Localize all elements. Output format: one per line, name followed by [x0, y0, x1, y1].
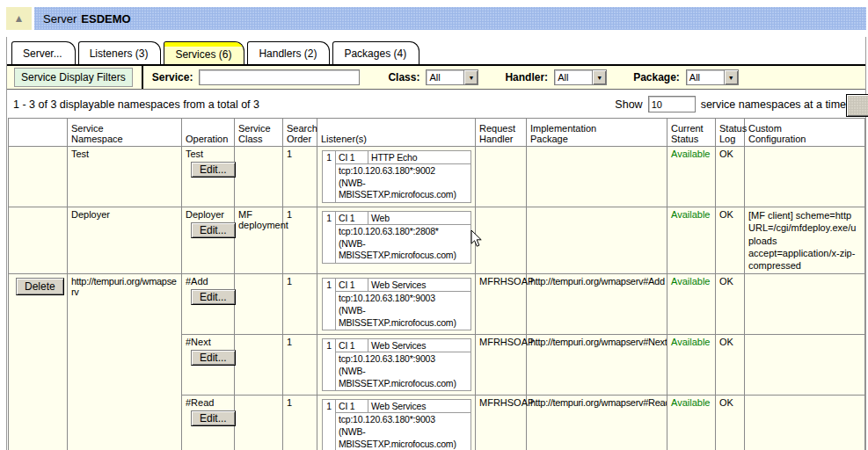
cell-service-class: MF deployment: [235, 207, 283, 273]
cell-search-order: 1: [283, 147, 317, 207]
listener-ci: CI 1: [336, 339, 368, 352]
listener-name: Web: [368, 211, 471, 224]
listener-address: tcp:10.120.63.180*:9003: [339, 293, 468, 305]
tab-services[interactable]: Services (6): [164, 41, 244, 64]
listener-index: 1: [323, 339, 336, 391]
tab-bar: Server... Listeners (3) Services (6) Han…: [7, 37, 865, 64]
handler-filter-label: Handler:: [505, 71, 548, 83]
listener-address: tcp:10.120.63.180*:9003: [339, 414, 468, 426]
edit-button[interactable]: Edit...: [191, 222, 236, 238]
collapse-cell[interactable]: ▲: [6, 7, 32, 30]
header-status-log: Status Log: [716, 119, 745, 147]
listener-host: (NWB-MBISSETXP.microfocus.com): [339, 426, 468, 450]
show-suffix: service namespaces at a time: [701, 98, 846, 111]
listener-address-cell: tcp:10.120.63.180*:9003 (NWB-MBISSETXP.m…: [336, 352, 471, 391]
row-action-cell: Delete: [9, 274, 68, 450]
listener-index: 1: [323, 211, 336, 263]
cell-operation: #Add Edit...: [182, 274, 235, 335]
tab-server[interactable]: Server...: [11, 41, 76, 64]
listener-host: (NWB-MBISSETXP.microfocus.com): [339, 305, 468, 329]
header-service-namespace: Service Namespace: [68, 119, 182, 147]
tab-listeners[interactable]: Listeners (3): [78, 41, 162, 64]
header-implementation-package: Implementation Package: [527, 119, 667, 147]
delete-button[interactable]: Delete: [16, 278, 64, 295]
listener-host: (NWB-MBISSETXP.microfocus.com): [339, 366, 468, 389]
show-count-input[interactable]: [648, 96, 696, 112]
row-action-cell: [9, 147, 68, 207]
page-next-button[interactable]: [846, 94, 868, 117]
cell-current-status: Available: [667, 207, 716, 273]
operation-label: #Read: [186, 397, 230, 408]
cell-operation: Deployer Edit...: [182, 207, 235, 273]
listener-ci: CI 1: [336, 211, 368, 224]
cell-implementation-package: http://tempuri.org/wmapserv#Add: [527, 274, 667, 335]
service-filter-input[interactable]: [199, 69, 360, 85]
package-filter-select[interactable]: All ▼: [686, 69, 739, 85]
listener-address-cell: tcp:10.120.63.180*:9003 (NWB-MBISSETXP.m…: [336, 292, 471, 330]
header-service-class: Service Class: [235, 119, 283, 147]
cell-custom-configuration: [745, 335, 865, 396]
listener-ci: CI 1: [336, 400, 368, 413]
header-custom-configuration: Custom Configuration: [745, 119, 865, 147]
server-title-bar: Server ESDEMO: [34, 7, 866, 30]
edit-button[interactable]: Edit...: [191, 289, 236, 305]
listener-address: tcp:10.120.63.180*:9003: [339, 353, 468, 366]
listener-name: HTTP Echo: [368, 151, 471, 164]
cell-status-log: OK: [716, 147, 745, 207]
cell-namespace: Test: [68, 147, 182, 207]
collapse-triangle-icon: ▲: [14, 12, 25, 25]
header-operation: Operation: [182, 119, 235, 147]
edit-button[interactable]: Edit...: [191, 162, 236, 178]
cell-search-order: 1: [283, 274, 317, 335]
handler-filter-select[interactable]: All ▼: [554, 69, 607, 85]
server-panel: ▲ Server ESDEMO Server... Listeners (3) …: [6, 7, 866, 450]
listener-name: Web Services: [368, 339, 471, 352]
cell-listeners: 1 CI 1 Web tcp:10.120.63.180*:2808* (NWB…: [317, 207, 476, 273]
package-filter-label: Package:: [633, 71, 680, 83]
cell-request-handler: MFRHSOAP: [476, 335, 527, 396]
cell-implementation-package: http://tempuri.org/wmapserv#Next: [527, 335, 667, 396]
cell-namespace: http://tempuri.org/wmapserv: [68, 274, 182, 450]
listener-host: (NWB-MBISSETXP.microfocus.com): [339, 178, 468, 201]
tab-handlers[interactable]: Handlers (2): [247, 41, 330, 64]
cell-custom-configuration: [MF client] scheme=http URL=/cgi/mfdeplo…: [745, 207, 865, 273]
listener-name: Web Services: [368, 400, 471, 413]
cell-listeners: 1 CI 1 Web Services tcp:10.120.63.180*:9…: [317, 396, 476, 450]
cell-implementation-package: [527, 207, 667, 273]
filter-title: Service Display Filters: [14, 68, 133, 87]
listener-address: tcp:10.120.63.180*:9002: [339, 165, 468, 178]
cell-request-handler: MFRHSOAP: [476, 396, 527, 450]
cell-custom-configuration: [745, 396, 865, 450]
listener-subtable: 1 CI 1 HTTP Echo tcp:10.120.63.180*:9002…: [322, 150, 471, 203]
server-title-prefix: Server: [43, 12, 77, 25]
listener-index: 1: [323, 279, 336, 330]
cell-implementation-package: http://tempuri.org/wmapserv#Read: [527, 396, 667, 450]
listener-ci: CI 1: [336, 279, 368, 292]
edit-button[interactable]: Edit...: [191, 350, 236, 366]
listener-address: tcp:10.120.63.180*:2808*: [339, 226, 468, 238]
header-search-order: Search Order: [283, 119, 317, 147]
listener-index: 1: [323, 400, 336, 450]
class-filter-select[interactable]: All ▼: [426, 69, 478, 85]
cell-search-order: 1: [283, 207, 317, 273]
cell-request-handler: MFRHSOAP: [476, 274, 527, 335]
cell-status-log: OK: [716, 274, 745, 335]
cell-operation: Test Edit...: [182, 147, 235, 207]
cell-custom-configuration: [745, 274, 865, 335]
operation-label: #Next: [186, 337, 230, 347]
cell-listeners: 1 CI 1 Web Services tcp:10.120.63.180*:9…: [317, 335, 476, 396]
cell-status-log: OK: [716, 335, 745, 396]
header-actions: [9, 119, 68, 147]
cell-current-status: Available: [667, 335, 716, 396]
class-filter-label: Class:: [388, 71, 419, 83]
cell-status-log: OK: [716, 396, 745, 450]
cell-operation: #Next Edit...: [182, 335, 235, 396]
cell-service-class: [235, 274, 283, 335]
table-header-row: Service Namespace Operation Service Clas…: [9, 119, 865, 147]
tab-packages[interactable]: Packages (4): [332, 41, 419, 64]
table-row: Deployer Deployer Edit... MF deployment …: [9, 207, 865, 273]
listener-subtable: 1 CI 1 Web Services tcp:10.120.63.180*:9…: [322, 399, 471, 450]
header-request-handler: Request Handler: [476, 119, 527, 147]
edit-button[interactable]: Edit...: [191, 410, 236, 426]
services-table: Service Namespace Operation Service Clas…: [8, 118, 865, 450]
